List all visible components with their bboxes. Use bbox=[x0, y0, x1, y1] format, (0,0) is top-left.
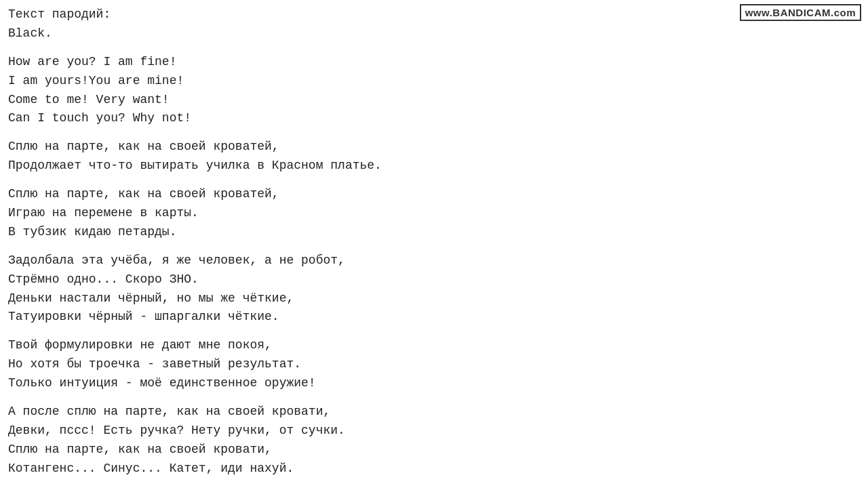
text-line: Котангенс... Синус... Катет, иди нахуй. bbox=[8, 460, 860, 479]
text-line: Сплю на парте, как на своей кроватей, bbox=[8, 185, 860, 204]
text-line: Деньки настали чёрный, но мы же чёткие, bbox=[8, 289, 860, 308]
text-block-header: Текст пародий:Black. bbox=[8, 5, 860, 43]
content-area: Текст пародий:Black.How are you? I am fi… bbox=[0, 0, 868, 488]
text-block-verse1: Сплю на парте, как на своей кроватей,Про… bbox=[8, 138, 860, 176]
watermark: www.BANDICAM.com bbox=[740, 4, 861, 21]
text-line: Играю на перемене в карты. bbox=[8, 204, 860, 223]
text-line: А после сплю на парте, как на своей кров… bbox=[8, 403, 860, 422]
text-line: Сплю на парте, как на своей кроватей, bbox=[8, 138, 860, 157]
text-block-chorus: А после сплю на парте, как на своей кров… bbox=[8, 403, 860, 479]
text-block-verse4: Твой формулировки не дают мне покоя,Но х… bbox=[8, 336, 860, 393]
text-line: Только интуиция - моё единственное оружи… bbox=[8, 374, 860, 393]
text-line: Твой формулировки не дают мне покоя, bbox=[8, 336, 860, 355]
text-line: Татуировки чёрный - шпаргалки чёткие. bbox=[8, 308, 860, 327]
text-block-verse2: Сплю на парте, как на своей кроватей,Игр… bbox=[8, 185, 860, 242]
text-line: Can I touch you? Why not! bbox=[8, 109, 860, 128]
text-line: Продолжает что-то вытирать училка в Крас… bbox=[8, 157, 860, 176]
text-line: How are you? I am fine! bbox=[8, 53, 860, 72]
watermark-text: www.BANDICAM.com bbox=[745, 7, 856, 18]
text-line: I am yours!You are mine! bbox=[8, 72, 860, 91]
text-line: Но хотя бы троечка - заветный результат. bbox=[8, 355, 860, 374]
text-line: Come to me! Very want! bbox=[8, 91, 860, 110]
text-block-verse3: Задолбала эта учёба, я же человек, а не … bbox=[8, 251, 860, 327]
text-line: Сплю на парте, как на своей кровати, bbox=[8, 441, 860, 460]
text-line: Девки, псcc! Есть ручка? Нету ручки, от … bbox=[8, 422, 860, 441]
text-line: В тубзик кидаю петарды. bbox=[8, 223, 860, 242]
text-line: Текст пародий: bbox=[8, 5, 860, 24]
text-block-english-verse: How are you? I am fine!I am yours!You ar… bbox=[8, 53, 860, 129]
text-line: Стрёмно одно... Скоро ЗНО. bbox=[8, 270, 860, 289]
text-line: Задолбала эта учёба, я же человек, а не … bbox=[8, 251, 860, 270]
text-line: Black. bbox=[8, 24, 860, 43]
